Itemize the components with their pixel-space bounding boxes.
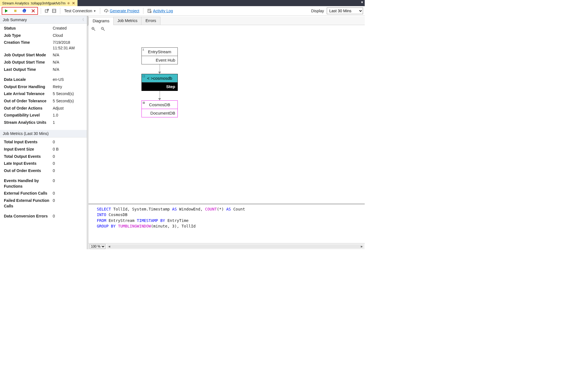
job-summary-title: Job Summary bbox=[3, 18, 27, 22]
kv-key: Late Input Events bbox=[4, 161, 53, 166]
diagram-node-cosmosdb[interactable]: ▤ CosmosDB DocumentDB bbox=[141, 100, 178, 117]
test-connection-label: Test Connection bbox=[64, 9, 92, 13]
kv-key: Out of Order Actions bbox=[4, 106, 53, 111]
document-tabbar: Stream Analytics : tollapp3nhfjpakfvb7m … bbox=[0, 0, 365, 6]
view-query-button[interactable] bbox=[51, 8, 57, 14]
pin-icon[interactable]: ⊕ bbox=[67, 1, 70, 5]
kv-key: Out of Order Events bbox=[4, 168, 53, 174]
kv-key: Last Output Time bbox=[4, 67, 53, 72]
kv-value: 0 bbox=[53, 198, 83, 209]
activity-log-icon bbox=[147, 9, 152, 13]
kv-key: Failed External Function Calls bbox=[4, 198, 53, 209]
kv-row: Stream Analytics Units1 bbox=[0, 119, 87, 126]
node-subtitle: DocumentDB bbox=[142, 109, 177, 117]
kv-row: Last Output TimeN/A bbox=[0, 66, 87, 73]
scroll-right-icon[interactable]: ▶ bbox=[360, 245, 364, 248]
kv-row: Late Arrival Tolerance5 Second(s) bbox=[0, 90, 87, 98]
start-button[interactable] bbox=[3, 8, 9, 14]
kv-value: 0 bbox=[53, 161, 83, 166]
input-node-icon: Σ bbox=[143, 48, 144, 51]
node-title: < >cosmosdb bbox=[142, 74, 177, 82]
query-editor[interactable]: SELECT TollId, System.Timestamp AS Windo… bbox=[88, 205, 365, 249]
kv-row: Compatibility Level1.0 bbox=[0, 112, 87, 119]
kv-value: 1.0 bbox=[53, 113, 83, 118]
job-metrics-header[interactable]: Job Metrics (Last 30 Mins) bbox=[0, 130, 87, 137]
kv-value: en-US bbox=[53, 77, 83, 83]
diagram-node-entrystream[interactable]: Σ EntryStream Event Hub bbox=[141, 47, 178, 64]
kv-row: Job TypeCloud bbox=[0, 32, 87, 39]
kv-value: 5 Second(s) bbox=[53, 91, 83, 97]
output-node-icon: ▤ bbox=[143, 101, 145, 104]
kv-value: 0 bbox=[53, 139, 83, 145]
svg-rect-1 bbox=[14, 10, 16, 12]
zoom-select[interactable]: 100 % bbox=[90, 244, 105, 249]
step-node-icon: { } bbox=[143, 75, 145, 78]
kv-key: Data Locale bbox=[4, 77, 53, 83]
tabbar-overflow-icon[interactable]: ▼ bbox=[361, 1, 364, 4]
separator bbox=[60, 8, 60, 14]
job-metrics-title: Job Metrics (Last 30 Mins) bbox=[3, 131, 49, 136]
kv-value: 0 bbox=[53, 154, 83, 159]
generate-project-label: Generate Project bbox=[110, 9, 139, 13]
close-tab-icon[interactable]: ✕ bbox=[72, 1, 75, 5]
node-subtitle: Step bbox=[142, 82, 177, 91]
tab-job-metrics[interactable]: Job Metrics bbox=[113, 17, 142, 25]
kv-value: N/A bbox=[53, 52, 83, 58]
kv-row: Late Input Events0 bbox=[0, 160, 87, 167]
kv-key: Job Type bbox=[4, 33, 53, 38]
kv-value: 0 B bbox=[53, 147, 83, 152]
kv-value: N/A bbox=[53, 67, 83, 72]
open-in-portal-button[interactable] bbox=[44, 8, 50, 14]
delete-button[interactable] bbox=[30, 8, 36, 14]
kv-value: 0 bbox=[53, 168, 83, 174]
stop-button[interactable] bbox=[12, 8, 18, 14]
kv-row: Output Error HandlingRetry bbox=[0, 83, 87, 91]
cloud-download-icon bbox=[104, 9, 109, 13]
diagram-canvas[interactable]: Σ EntryStream Event Hub { } < >cosmosdb … bbox=[88, 25, 365, 203]
kv-key: Compatibility Level bbox=[4, 113, 53, 118]
kv-key: Status bbox=[4, 26, 53, 31]
zoom-out-icon[interactable] bbox=[101, 27, 105, 32]
kv-row: Failed External Function Calls0 bbox=[0, 197, 87, 210]
right-tabs: Diagrams Job Metrics Errors bbox=[88, 17, 365, 25]
diagram-node-step[interactable]: { } < >cosmosdb Step bbox=[141, 74, 178, 91]
sql-code[interactable]: SELECT TollId, System.Timestamp AS Windo… bbox=[88, 205, 365, 243]
scroll-left-icon[interactable]: ◀ bbox=[107, 245, 111, 248]
node-title: EntryStream bbox=[142, 48, 177, 56]
kv-row: Events Handled by Functions0 bbox=[0, 174, 87, 190]
run-controls-highlight bbox=[2, 7, 38, 15]
kv-key: Late Arrival Tolerance bbox=[4, 91, 53, 97]
toolbar: Test Connection ▼ Generate Project Activ… bbox=[0, 6, 365, 16]
node-title: CosmosDB bbox=[142, 101, 177, 109]
kv-key: Data Conversion Errors bbox=[4, 214, 53, 219]
horizontal-scrollbar[interactable]: ◀ ▶ bbox=[107, 245, 364, 248]
diagram-arrow bbox=[141, 64, 178, 74]
kv-value: Created bbox=[53, 26, 83, 31]
kv-row: StatusCreated bbox=[0, 25, 87, 32]
test-connection-button[interactable]: Test Connection ▼ bbox=[63, 8, 97, 14]
kv-value: 5 Second(s) bbox=[53, 98, 83, 104]
separator bbox=[41, 8, 41, 14]
tab-diagrams[interactable]: Diagrams bbox=[88, 17, 114, 25]
zoom-in-icon[interactable] bbox=[91, 27, 96, 32]
display-range-select[interactable]: Last 30 Mins bbox=[327, 8, 363, 14]
kv-row: Input Event Size0 B bbox=[0, 146, 87, 153]
kv-row: Data Localeen-US bbox=[0, 73, 87, 83]
kv-value: Retry bbox=[53, 84, 83, 90]
kv-key: Creation Time bbox=[4, 40, 53, 51]
job-summary-header[interactable]: Job Summary 〈 bbox=[0, 16, 87, 24]
document-tab[interactable]: Stream Analytics : tollapp3nhfjpakfvb7m … bbox=[0, 0, 78, 6]
kv-key: External Function Calls bbox=[4, 191, 53, 196]
kv-row: Total Output Events0 bbox=[0, 153, 87, 160]
kv-key: Out of Order Tolerance bbox=[4, 98, 53, 104]
display-label: Display bbox=[311, 9, 324, 13]
separator bbox=[143, 8, 143, 14]
node-subtitle: Event Hub bbox=[142, 56, 177, 64]
activity-log-button[interactable]: Activity Log bbox=[146, 8, 174, 14]
kv-key: Job Output Start Mode bbox=[4, 52, 53, 58]
generate-project-button[interactable]: Generate Project bbox=[103, 8, 140, 14]
collapse-left-icon[interactable]: 〈 bbox=[81, 17, 84, 22]
refresh-button[interactable] bbox=[21, 8, 27, 14]
separator bbox=[100, 8, 100, 14]
tab-errors[interactable]: Errors bbox=[141, 17, 160, 25]
